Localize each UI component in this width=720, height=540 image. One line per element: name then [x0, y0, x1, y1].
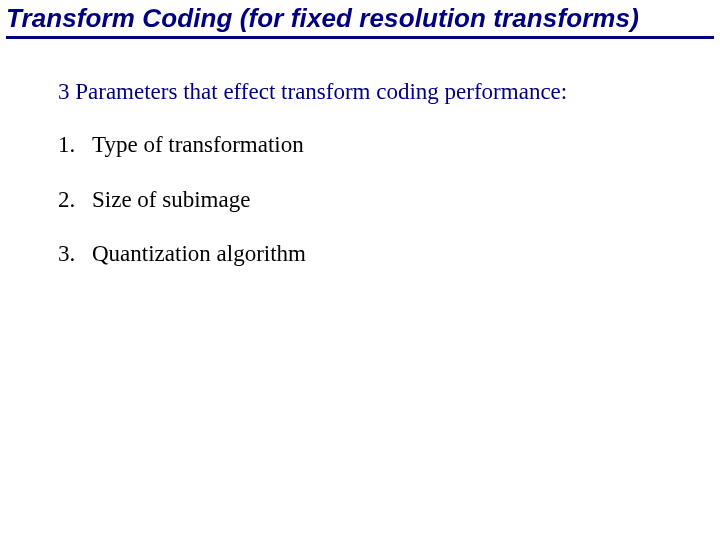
- slide: Transform Coding (for fixed resolution t…: [0, 0, 720, 540]
- list-item-text: Size of subimage: [92, 186, 680, 215]
- list-item-text: Quantization algorithm: [92, 240, 680, 269]
- title-wrap: Transform Coding (for fixed resolution t…: [6, 4, 714, 39]
- list-item: 1. Type of transformation: [58, 131, 680, 160]
- list-item: 3. Quantization algorithm: [58, 240, 680, 269]
- list-item-number: 3.: [58, 240, 92, 269]
- slide-title: Transform Coding (for fixed resolution t…: [6, 4, 714, 39]
- list-item: 2. Size of subimage: [58, 186, 680, 215]
- list-item-number: 1.: [58, 131, 92, 160]
- list-item-text: Type of transformation: [92, 131, 680, 160]
- list-item-number: 2.: [58, 186, 92, 215]
- slide-body: 3 Parameters that effect transform codin…: [58, 78, 680, 295]
- parameter-list: 1. Type of transformation 2. Size of sub…: [58, 131, 680, 269]
- intro-text: 3 Parameters that effect transform codin…: [58, 78, 680, 107]
